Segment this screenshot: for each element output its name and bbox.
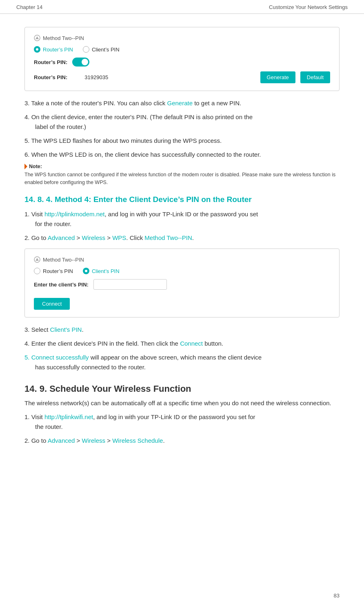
advanced-link-2: Advanced bbox=[48, 437, 75, 444]
clients-pin-link: Client's PIN bbox=[50, 326, 82, 333]
page-number: 83 bbox=[334, 593, 340, 599]
method4-step-4: 4. Enter the client device's PIN in the … bbox=[24, 339, 340, 349]
radio-selected-icon-2 bbox=[83, 268, 89, 274]
generate-button[interactable]: Generate bbox=[260, 71, 295, 83]
radio-routers-pin-bottom[interactable]: Router’s PIN bbox=[34, 268, 73, 274]
generate-link[interactable]: Generate bbox=[167, 100, 193, 107]
step-5: 5. The WPS LED flashes for about two min… bbox=[24, 136, 340, 146]
svg-marker-3 bbox=[36, 258, 39, 261]
radio-clients-pin-top[interactable]: Client’s PIN bbox=[83, 46, 120, 53]
screenshot-bottom-title: Method Two--PIN bbox=[34, 256, 330, 263]
wireless-link-1: Wireless bbox=[82, 234, 106, 241]
pin-value: 31929035 bbox=[84, 74, 255, 80]
method4-step-5: 5. Connect successfully will appear on t… bbox=[24, 353, 340, 372]
radio-row-bottom: Router’s PIN Client’s PIN bbox=[34, 268, 330, 274]
note-text: The WPS function cannot be configured if… bbox=[24, 171, 340, 186]
note-label: Note: bbox=[24, 164, 340, 169]
step-3: 3. Take a note of the router's PIN. You … bbox=[24, 98, 340, 108]
connect-button-container: Connect bbox=[34, 295, 330, 310]
method-icon-2 bbox=[34, 256, 40, 263]
note-flag-icon bbox=[24, 164, 27, 169]
wireless-schedule-link: Wireless Schedule bbox=[112, 437, 163, 444]
wireless-link-2: Wireless bbox=[82, 437, 106, 444]
step-4: 4. On the client device, enter the route… bbox=[24, 112, 340, 132]
toggle-switch[interactable] bbox=[72, 58, 89, 67]
tplinkmodem-link[interactable]: http://tplinkmodem.net bbox=[44, 211, 105, 218]
method-two-pin-link: Method Two--PIN bbox=[144, 234, 192, 241]
radio-routers-pin-top[interactable]: Router’s PIN bbox=[34, 46, 73, 53]
connect-button[interactable]: Connect bbox=[34, 298, 70, 310]
method4-step-2: 2. Go to Advanced > Wireless > WPS. Clic… bbox=[24, 233, 340, 243]
connect-link: Connect bbox=[180, 340, 203, 347]
default-button[interactable]: Default bbox=[300, 71, 330, 83]
method4-step-1: 1. Visit http://tplinkmodem.net, and log… bbox=[24, 209, 340, 229]
advanced-link-1: Advanced bbox=[48, 234, 75, 241]
radio-unselected-icon-2 bbox=[34, 268, 40, 274]
chapter-label: Chapter 14 bbox=[16, 4, 42, 10]
step-3-num: 3. Take a note of the router's PIN. You … bbox=[24, 100, 167, 107]
tplinkwifi-link[interactable]: http://tplinkwifi.net bbox=[44, 413, 93, 420]
chapter-title: Customize Your Network Settings bbox=[269, 4, 348, 10]
client-pin-input[interactable] bbox=[93, 279, 167, 290]
section-heading-149: 14. 9. Schedule Your Wireless Function bbox=[24, 384, 340, 394]
screenshot-bottom-box: Method Two--PIN Router’s PIN Client’s PI… bbox=[24, 249, 340, 317]
wps-link-1: WPS bbox=[112, 234, 126, 241]
connect-successfully-link: 5. Connect successfully bbox=[24, 354, 89, 361]
radio-clients-pin-bottom[interactable]: Client’s PIN bbox=[83, 268, 120, 274]
radio-row-top: Router’s PIN Client’s PIN bbox=[34, 46, 330, 53]
step-6: 6. When the WPS LED is on, the client de… bbox=[24, 150, 340, 160]
page-content: Method Two--PIN Router’s PIN Client’s PI… bbox=[0, 14, 364, 466]
method4-step-3: 3. Select Client's PIN. bbox=[24, 325, 340, 335]
method-icon bbox=[34, 35, 40, 41]
section149-step-1: 1. Visit http://tplinkwifi.net, and log … bbox=[24, 412, 340, 432]
section149-step-2: 2. Go to Advanced > Wireless > Wireless … bbox=[24, 436, 340, 446]
section-heading-1484: 14. 8. 4. Method 4: Enter the Client Dev… bbox=[24, 195, 340, 205]
svg-marker-1 bbox=[36, 36, 39, 39]
section-149-intro: The wireless network(s) can be automatic… bbox=[24, 398, 340, 408]
radio-unselected-icon bbox=[83, 46, 89, 53]
screenshot-top-title: Method Two--PIN bbox=[34, 35, 330, 41]
field-client-pin: Enter the client’s PIN: bbox=[34, 279, 330, 290]
screenshot-top-box: Method Two--PIN Router’s PIN Client’s PI… bbox=[24, 27, 340, 91]
field-router-pin-toggle: Router’s PIN: bbox=[34, 58, 330, 67]
page-header: Chapter 14 Customize Your Network Settin… bbox=[0, 0, 364, 14]
field-router-pin-value: Router’s PIN: 31929035 Generate Default bbox=[34, 71, 330, 83]
radio-selected-icon bbox=[34, 46, 40, 53]
